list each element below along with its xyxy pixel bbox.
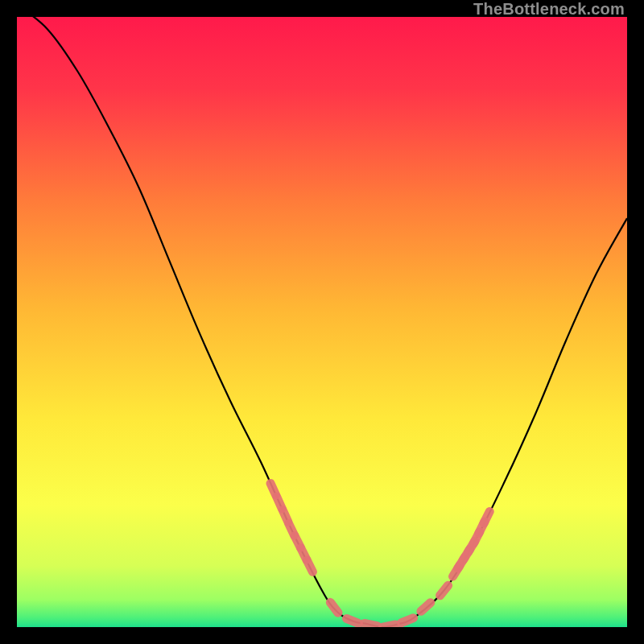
plot-frame (17, 17, 627, 627)
watermark-text: TheBottleneck.com (473, 0, 625, 19)
background-gradient (17, 17, 627, 627)
svg-rect-0 (17, 17, 627, 627)
